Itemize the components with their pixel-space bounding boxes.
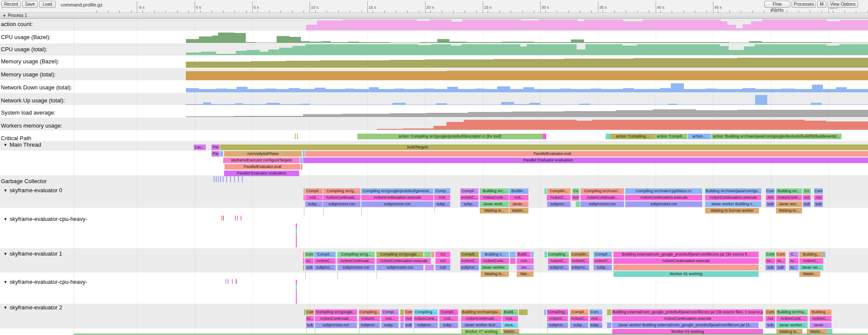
cpu-usage-bazel-bar[interactable] [729, 43, 749, 43]
trace-mark[interactable] [296, 294, 297, 299]
cpu-usage-total-bar[interactable] [520, 46, 527, 55]
action-count-bar[interactable] [643, 20, 721, 30]
trace-block[interactable]: Acti... [305, 195, 323, 200]
cpu-usage-total-bar[interactable] [279, 48, 292, 55]
trace-block[interactable]: Compiling src/g... [323, 188, 360, 194]
cpu-usage-total-bar[interactable] [839, 44, 868, 55]
trace-mark[interactable] [361, 207, 362, 216]
trace-block[interactable] [431, 252, 434, 257]
action-count-bar[interactable] [538, 20, 578, 30]
network-down-bar[interactable] [354, 89, 369, 92]
system-load-bar[interactable] [696, 110, 737, 117]
trace-mark[interactable] [223, 216, 224, 220]
workers-memory-bar[interactable] [433, 126, 446, 130]
trace-mark[interactable] [296, 280, 297, 285]
trace-mark[interactable] [296, 285, 297, 289]
cpu-usage-bazel-bar[interactable] [218, 33, 234, 43]
trace-block[interactable]: subprocess.run [315, 322, 357, 328]
network-down-bar[interactable] [836, 87, 847, 92]
action-count-bar[interactable] [727, 25, 736, 30]
memory-usage-bazel-bar[interactable] [320, 60, 355, 68]
trace-mark[interactable] [74, 334, 868, 335]
cpu-usage-total-bar[interactable] [637, 44, 720, 55]
memory-usage-bazel-bar[interactable] [186, 62, 216, 68]
trace-block[interactable] [305, 151, 868, 157]
trace-block[interactable]: Compil... [570, 309, 588, 315]
network-up-bar[interactable] [211, 104, 235, 105]
track-label[interactable]: ▼skyframe-evaluator-cpu-heavy- [3, 279, 87, 285]
trace-block[interactable] [823, 252, 825, 257]
trace-block[interactable]: Compiling ... [414, 309, 438, 315]
network-up-bar[interactable] [267, 103, 280, 105]
trace-block[interactable]: Act [766, 195, 775, 200]
cpu-usage-total-bar[interactable] [268, 49, 279, 55]
action-count-bar[interactable] [343, 20, 417, 30]
trace-mark[interactable] [337, 271, 338, 279]
trace-block[interactable]: Par [211, 151, 220, 157]
network-down-bar[interactable] [300, 89, 315, 92]
cpu-usage-bazel-bar[interactable] [651, 42, 690, 43]
network-down-bar[interactable] [379, 89, 395, 92]
network-down-bar[interactable] [560, 89, 571, 92]
trace-mark[interactable] [223, 176, 224, 182]
cpu-usage-bazel-bar[interactable] [277, 36, 290, 43]
trace-mark[interactable] [315, 328, 315, 334]
trace-block[interactable]: sub [305, 265, 314, 270]
trace-mark[interactable] [376, 271, 377, 279]
trace-block[interactable] [545, 252, 547, 257]
action-count-bar[interactable] [430, 20, 452, 30]
trace-block[interactable] [607, 309, 611, 315]
trace-block[interactable] [303, 258, 304, 264]
memory-usage-bazel-bar[interactable] [216, 62, 251, 68]
trace-block[interactable]: Ac... [776, 258, 785, 264]
workers-memory-bar[interactable] [805, 121, 826, 130]
trace-block[interactable] [220, 151, 223, 157]
trace-mark[interactable] [216, 176, 217, 182]
workers-memory-bar[interactable] [739, 120, 805, 130]
trace-block[interactable] [303, 151, 305, 157]
trace-block[interactable]: ActionConti... [480, 195, 509, 200]
cpu-usage-total-bar[interactable] [729, 50, 744, 55]
trace-block[interactable]: Waitin... [509, 208, 528, 213]
system-load-bar[interactable] [390, 113, 427, 117]
trace-block[interactable]: sub [766, 322, 775, 328]
trace-mark[interactable] [234, 176, 235, 182]
trace-block[interactable]: subp... [594, 265, 612, 270]
network-down-bar[interactable] [423, 89, 434, 92]
trace-mark[interactable] [238, 176, 239, 182]
network-down-bar[interactable] [475, 89, 484, 92]
cpu-usage-bazel-bar[interactable] [420, 42, 437, 43]
network-up-bar[interactable] [243, 104, 267, 105]
trace-block[interactable]: ActionC... [314, 258, 336, 264]
trace-block[interactable]: ParallelEvaluator.eval [224, 164, 300, 170]
cpu-usage-bazel-bar[interactable] [309, 42, 322, 43]
trace-block[interactable]: action 'Compili... [655, 134, 687, 139]
cpu-usage-bazel-bar[interactable] [832, 43, 868, 43]
cpu-usage-total-bar[interactable] [451, 46, 462, 55]
process-header[interactable]: ▼Process 1 [0, 13, 868, 19]
trace-block[interactable] [531, 252, 534, 257]
trace-block[interactable]: Javac worker Buil... [461, 322, 502, 328]
trace-mark[interactable] [226, 176, 227, 182]
cpu-usage-bazel-bar[interactable] [322, 41, 331, 43]
trace-block[interactable]: Compili... [460, 252, 479, 257]
trace-mark[interactable] [237, 216, 238, 220]
trace-mark[interactable] [296, 238, 297, 243]
trace-block[interactable] [400, 316, 404, 322]
cpu-usage-total-bar[interactable] [247, 50, 260, 55]
workers-memory-bar[interactable] [446, 122, 464, 130]
workers-memory-bar[interactable] [403, 128, 433, 130]
trace-block[interactable]: Waitin... [799, 271, 820, 277]
network-up-bar[interactable] [501, 102, 514, 105]
trace-block[interactable]: subp... [434, 201, 450, 207]
trace-block[interactable]: ActionC... [460, 195, 479, 200]
action-count-bar[interactable] [452, 22, 462, 30]
network-down-bar[interactable] [623, 88, 634, 92]
network-up-bar[interactable] [514, 104, 529, 105]
trace-block[interactable]: Wai... [517, 271, 534, 277]
action-count-bar[interactable] [721, 21, 727, 30]
track-label[interactable]: ▼skyframe-evaluator 1 [3, 250, 62, 257]
memory-usage-bazel-bar[interactable] [598, 59, 633, 68]
network-down-bar[interactable] [289, 88, 300, 92]
cpu-usage-total-bar[interactable] [826, 46, 839, 55]
